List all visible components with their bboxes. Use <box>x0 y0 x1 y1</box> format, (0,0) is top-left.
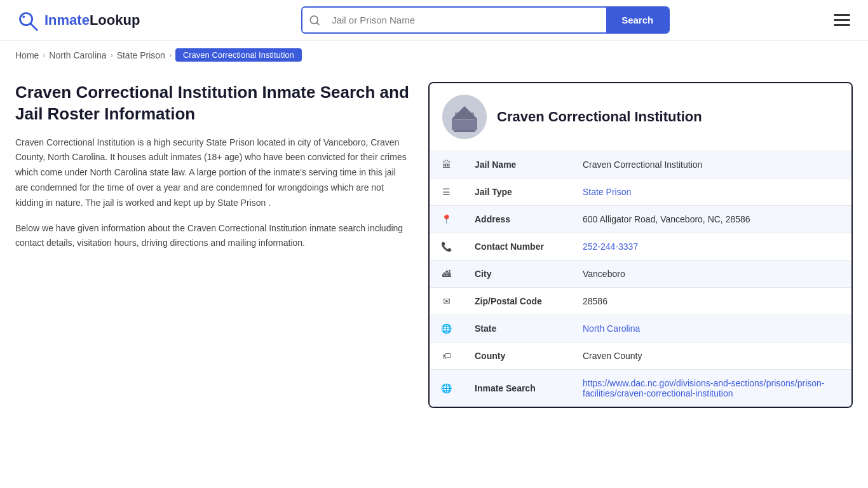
description-1: Craven Correctional Institution is a hig… <box>15 135 409 211</box>
search-input[interactable] <box>327 8 606 32</box>
row-label: Jail Name <box>463 151 571 179</box>
breadcrumb-active: Craven Correctional Institution <box>175 48 302 62</box>
table-row: 📞Contact Number252-244-3337 <box>430 233 851 261</box>
hamburger-line-3 <box>834 24 850 26</box>
breadcrumb-nc[interactable]: North Carolina <box>49 50 106 60</box>
row-label: Inmate Search <box>463 370 571 407</box>
logo-part2: Lookup <box>90 12 140 28</box>
row-value: Craven County <box>571 342 851 370</box>
row-value[interactable]: 252-244-3337 <box>571 233 851 261</box>
page-heading: Craven Correctional Institution Inmate S… <box>15 82 409 125</box>
svg-point-2 <box>22 15 25 18</box>
row-link[interactable]: North Carolina <box>583 323 640 334</box>
card-header: Craven Correctional Institution <box>430 83 851 151</box>
row-value: 28586 <box>571 288 851 315</box>
row-label: State <box>463 315 571 342</box>
breadcrumb: Home › North Carolina › State Prison › C… <box>0 41 868 69</box>
row-label: Contact Number <box>463 233 571 261</box>
row-link[interactable]: 252-244-3337 <box>583 241 638 252</box>
search-area: Search <box>301 6 670 34</box>
breadcrumb-home[interactable]: Home <box>15 50 39 60</box>
logo-icon <box>15 8 39 32</box>
row-icon: 🏛 <box>430 151 463 179</box>
search-button[interactable]: Search <box>606 8 668 32</box>
hamburger-menu-button[interactable] <box>831 11 853 29</box>
row-icon: 📞 <box>430 233 463 261</box>
table-row: ✉Zip/Postal Code28586 <box>430 288 851 315</box>
row-value: Craven Correctional Institution <box>571 151 851 179</box>
row-label: Jail Type <box>463 179 571 206</box>
row-label: Address <box>463 206 571 233</box>
row-label: Zip/Postal Code <box>463 288 571 315</box>
row-icon: 🌐 <box>430 370 463 407</box>
svg-line-4 <box>317 22 319 24</box>
svg-rect-11 <box>454 130 475 132</box>
header: InmateLookup Search <box>0 0 868 41</box>
row-value: Vanceboro <box>571 261 851 288</box>
table-row: 🏷CountyCraven County <box>430 342 851 370</box>
row-icon: ✉ <box>430 288 463 315</box>
row-label: County <box>463 342 571 370</box>
facility-image <box>442 95 487 139</box>
facility-name: Craven Correctional Institution <box>497 109 702 125</box>
hamburger-line-2 <box>834 19 850 21</box>
breadcrumb-chevron-2: › <box>111 51 113 60</box>
logo[interactable]: InmateLookup <box>15 8 140 32</box>
main-content: Craven Correctional Institution Inmate S… <box>0 69 868 421</box>
row-value[interactable]: https://www.dac.nc.gov/divisions-and-sec… <box>571 370 851 407</box>
info-card: Craven Correctional Institution 🏛Jail Na… <box>428 82 853 408</box>
row-icon: 🏷 <box>430 342 463 370</box>
row-icon: 🌐 <box>430 315 463 342</box>
table-row: 📍Address600 Alligator Road, Vanceboro, N… <box>430 206 851 233</box>
row-icon: 🏙 <box>430 261 463 288</box>
row-icon: 📍 <box>430 206 463 233</box>
row-value[interactable]: State Prison <box>571 179 851 206</box>
table-row: 🌐StateNorth Carolina <box>430 315 851 342</box>
breadcrumb-chevron-1: › <box>43 51 45 60</box>
left-column: Craven Correctional Institution Inmate S… <box>15 82 409 261</box>
search-icon <box>302 15 327 26</box>
description-2: Below we have given information about th… <box>15 221 409 252</box>
hamburger-line-1 <box>834 14 850 16</box>
svg-rect-6 <box>452 119 477 130</box>
table-row: 🏛Jail NameCraven Correctional Institutio… <box>430 151 851 179</box>
row-value[interactable]: North Carolina <box>571 315 851 342</box>
table-row: 🏙CityVanceboro <box>430 261 851 288</box>
search-wrapper: Search <box>301 6 670 34</box>
breadcrumb-state-prison[interactable]: State Prison <box>117 50 165 60</box>
logo-text: InmateLookup <box>44 12 140 29</box>
row-icon: ☰ <box>430 179 463 206</box>
table-row: 🌐Inmate Searchhttps://www.dac.nc.gov/div… <box>430 370 851 407</box>
row-label: City <box>463 261 571 288</box>
table-row: ☰Jail TypeState Prison <box>430 179 851 206</box>
info-table: 🏛Jail NameCraven Correctional Institutio… <box>430 151 851 407</box>
row-link[interactable]: State Prison <box>583 187 631 197</box>
logo-part1: Inmate <box>44 12 90 28</box>
breadcrumb-chevron-3: › <box>169 51 172 60</box>
svg-line-1 <box>31 23 37 29</box>
row-value: 600 Alligator Road, Vanceboro, NC, 28586 <box>571 206 851 233</box>
row-link[interactable]: https://www.dac.nc.gov/divisions-and-sec… <box>583 378 825 398</box>
